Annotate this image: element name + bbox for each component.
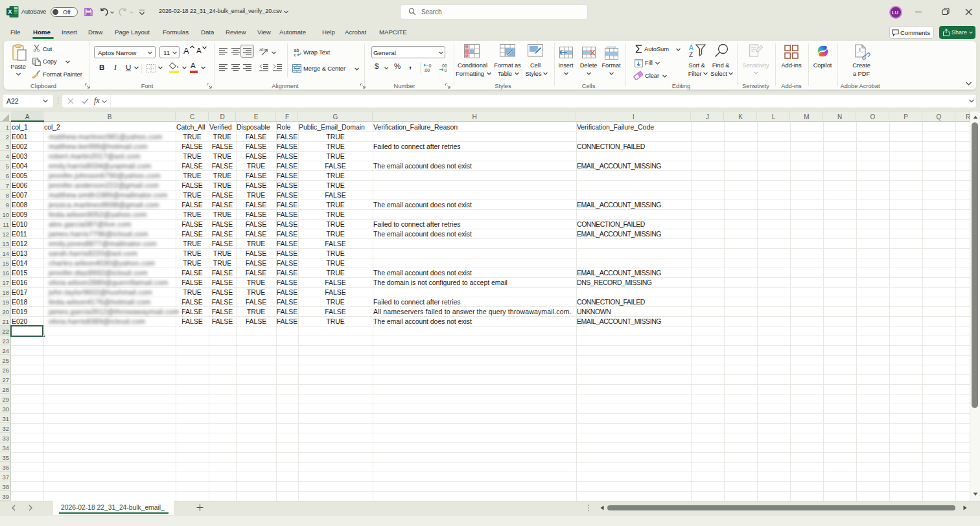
svg-text:.00: .00 bbox=[424, 68, 430, 73]
svg-text:00: 00 bbox=[442, 63, 447, 68]
svg-text:c: c bbox=[294, 52, 297, 57]
svg-text:X: X bbox=[8, 8, 12, 15]
svg-text:0: 0 bbox=[429, 63, 432, 68]
svg-text:Z: Z bbox=[689, 51, 693, 58]
svg-text:0: 0 bbox=[445, 68, 447, 73]
svg-text:ab: ab bbox=[259, 47, 264, 52]
svg-text:A: A bbox=[689, 44, 694, 51]
